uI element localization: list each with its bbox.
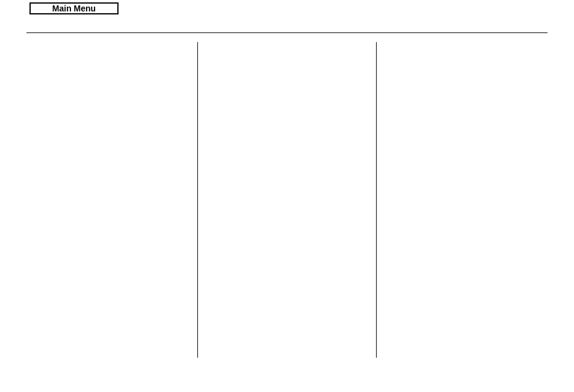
page-container: Main Menu — [0, 0, 574, 358]
main-menu-label: Main Menu — [52, 4, 96, 13]
columns-region — [197, 42, 548, 358]
header-divider — [26, 32, 548, 33]
column-spacer — [198, 42, 376, 358]
column-divider-2 — [376, 42, 377, 358]
main-menu-button[interactable]: Main Menu — [29, 2, 119, 14]
